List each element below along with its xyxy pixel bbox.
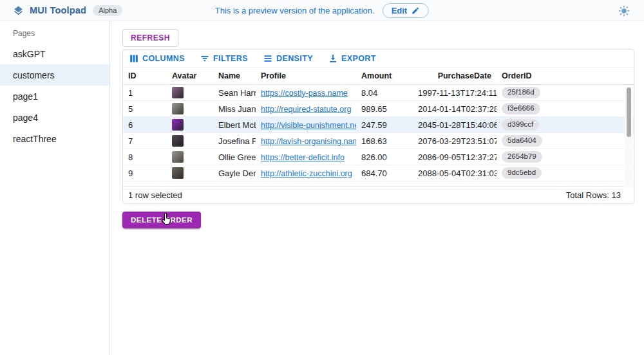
cell-purchase-date: 1997-11-13T17:24:11.769Z: [413, 88, 497, 98]
cell-profile: http://required-statute.org: [256, 104, 356, 114]
sidebar-nav-item-label: reactThree: [13, 134, 57, 144]
cell-amount: 168.63: [356, 136, 413, 146]
column-header-avatar[interactable]: Avatar: [167, 71, 213, 80]
order-id-chip: d399ccf: [502, 119, 539, 131]
profile-link[interactable]: https://better-deficit.info: [261, 153, 345, 162]
table-row[interactable]: 6 Elbert McL… http://visible-punishment.…: [123, 117, 634, 133]
density-icon: [263, 54, 272, 63]
refresh-button[interactable]: REFRESH: [122, 29, 178, 47]
sidebar-nav-item[interactable]: customers: [0, 64, 109, 86]
cell-id: 7: [123, 136, 167, 146]
column-header-id[interactable]: ID: [123, 71, 167, 80]
cell-purchase-date: 2086-09-05T12:37:27.015Z: [413, 152, 497, 162]
cell-purchase-date: 2088-05-04T02:31:03.294Z: [413, 168, 497, 178]
export-button-label: EXPORT: [341, 54, 376, 63]
sidebar-nav-item-label: askGPT: [13, 49, 46, 59]
sun-icon: [618, 5, 630, 17]
grid-header-row: ID Avatar Name Profile Amount PurchaseDa…: [123, 68, 634, 85]
order-id-chip: 9dc5ebd: [502, 167, 542, 179]
scrollbar-thumb[interactable]: [627, 87, 631, 137]
column-header-purchasedate[interactable]: PurchaseDate: [413, 71, 497, 80]
sidebar-nav-item-label: page4: [13, 113, 38, 123]
grid-toolbar: COLUMNS FILTERS DENSITY EXPORT: [123, 50, 634, 68]
cell-order-id: d399ccf: [497, 119, 634, 131]
sidebar: Pages askGPT customers page1 page4 react…: [0, 21, 110, 355]
sidebar-nav-item[interactable]: page1: [0, 86, 109, 107]
columns-button[interactable]: COLUMNS: [129, 54, 185, 63]
density-button[interactable]: DENSITY: [263, 54, 313, 63]
sidebar-section-label: Pages: [0, 26, 109, 43]
theme-toggle-button[interactable]: [618, 5, 630, 17]
cell-id: 5: [123, 104, 167, 114]
cell-amount: 684.70: [356, 168, 413, 178]
grid-empty-space: [123, 181, 634, 186]
cell-name: Josefina P…: [213, 136, 256, 146]
export-icon: [328, 54, 337, 63]
table-row[interactable]: 7 Josefina P… http://lavish-organising.n…: [123, 133, 634, 149]
cell-profile: http://athletic-zucchini.org: [256, 168, 356, 178]
sidebar-nav-item[interactable]: askGPT: [0, 43, 109, 64]
data-grid: COLUMNS FILTERS DENSITY EXPORT: [122, 49, 634, 204]
cell-id: 9: [123, 168, 167, 178]
table-row[interactable]: 8 Ollie Green… https://better-deficit.in…: [123, 149, 634, 165]
cell-profile: http://visible-punishment.net: [256, 120, 356, 130]
column-header-name[interactable]: Name: [213, 71, 256, 80]
preview-message: This is a preview version of the applica…: [215, 6, 375, 15]
sidebar-nav-item-label: customers: [13, 70, 55, 80]
order-id-chip: 2654b79: [502, 151, 542, 163]
profile-link[interactable]: http://required-statute.org: [261, 105, 351, 114]
profile-link[interactable]: http://visible-punishment.net: [261, 121, 356, 130]
avatar: [172, 87, 184, 98]
cell-avatar: [167, 103, 213, 114]
order-id-chip: 5da6404: [502, 135, 542, 147]
cell-id: 6: [123, 120, 167, 130]
cell-amount: 8.04: [356, 88, 413, 98]
filters-button[interactable]: FILTERS: [200, 54, 248, 63]
app-header: MUI Toolpad Alpha This is a preview vers…: [0, 0, 644, 21]
sidebar-nav-item[interactable]: page4: [0, 107, 109, 128]
sidebar-nav-item-label: page1: [13, 91, 38, 102]
cell-purchase-date: 2076-03-29T23:51:07.968Z: [413, 136, 497, 146]
avatar: [172, 135, 184, 147]
cell-profile: https://costly-pass.name: [256, 88, 356, 98]
profile-link[interactable]: http://athletic-zucchini.org: [261, 169, 352, 178]
column-header-orderid[interactable]: OrderID: [497, 71, 634, 80]
profile-link[interactable]: http://lavish-organising.name: [261, 137, 356, 146]
cell-order-id: 5da6404: [497, 135, 634, 147]
column-header-amount[interactable]: Amount: [356, 71, 413, 80]
column-header-profile[interactable]: Profile: [256, 71, 356, 80]
profile-link[interactable]: https://costly-pass.name: [261, 89, 348, 98]
cell-avatar: [167, 87, 213, 98]
edit-button[interactable]: Edit: [383, 3, 430, 18]
cell-purchase-date: 2045-01-28T15:40:06.325Z: [413, 120, 497, 130]
cell-avatar: [167, 151, 213, 163]
cell-id: 8: [123, 152, 167, 162]
cell-profile: https://better-deficit.info: [256, 152, 356, 162]
vertical-scrollbar[interactable]: [625, 86, 633, 187]
export-button[interactable]: EXPORT: [328, 54, 376, 63]
cell-profile: http://lavish-organising.name: [256, 136, 356, 146]
grid-rows: 1 Sean Harris https://costly-pass.name 8…: [123, 85, 634, 181]
cell-amount: 247.59: [356, 120, 413, 130]
sidebar-nav-item[interactable]: reactThree: [0, 128, 109, 149]
edit-button-label: Edit: [392, 6, 408, 15]
table-row[interactable]: 5 Miss Juan … http://required-statute.or…: [123, 101, 634, 117]
table-row[interactable]: 1 Sean Harris https://costly-pass.name 8…: [123, 85, 634, 101]
preview-banner: This is a preview version of the applica…: [215, 3, 429, 18]
cell-avatar: [167, 135, 213, 147]
cell-name: Elbert McL…: [213, 120, 256, 130]
columns-button-label: COLUMNS: [142, 54, 185, 63]
sidebar-nav-list: askGPT customers page1 page4 reactThree: [0, 43, 109, 149]
delete-order-button[interactable]: DELETE ORDER: [122, 212, 201, 228]
order-id-chip: 25f186d: [502, 87, 540, 98]
selection-count: 1 row selected: [128, 190, 182, 200]
main-content: REFRESH COLUMNS FILTERS DENSITY: [110, 21, 644, 355]
cell-avatar: [167, 119, 213, 131]
cell-amount: 989.65: [356, 104, 413, 114]
filters-button-label: FILTERS: [213, 54, 248, 63]
cell-order-id: f3e6666: [497, 103, 634, 114]
cell-amount: 826.00: [356, 152, 413, 162]
table-row[interactable]: 9 Gayle Den… http://athletic-zucchini.or…: [123, 165, 634, 181]
filter-icon: [200, 54, 209, 63]
avatar: [172, 167, 184, 179]
